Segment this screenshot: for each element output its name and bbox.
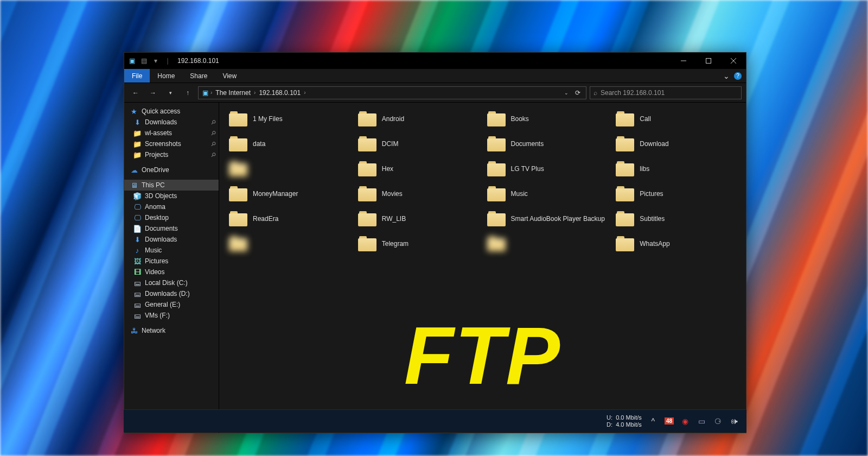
nav-back-button[interactable]: ← xyxy=(129,86,143,100)
nav-up-button[interactable]: ↑ xyxy=(181,86,195,100)
folder-item[interactable]: data xyxy=(227,133,352,155)
folder-item[interactable]: Music xyxy=(485,183,610,205)
nav-pc-item[interactable]: 🖼Pictures xyxy=(124,256,219,267)
folder-item[interactable]: Books xyxy=(485,108,610,130)
nav-qa-item[interactable]: 📁Projects⚲ xyxy=(124,149,219,160)
folder-label: Download xyxy=(640,140,668,148)
nav-pc-item[interactable]: 🧊3D Objects xyxy=(124,191,219,201)
nav-pc-item[interactable]: 🖴General (E:) xyxy=(124,299,219,310)
nav-pc-item[interactable]: 📄Documents xyxy=(124,223,219,234)
tray-app-icon[interactable]: ◉ xyxy=(680,416,690,426)
chevron-icon[interactable]: › xyxy=(304,90,305,96)
folder-item[interactable] xyxy=(227,233,352,255)
folder-item[interactable]: 1 My Files xyxy=(227,108,352,130)
3d-icon: 🧊 xyxy=(133,192,142,200)
folder-item[interactable]: libs xyxy=(614,158,738,180)
folder-item[interactable]: MoneyManager xyxy=(227,183,352,205)
nav-label: wl-assets xyxy=(145,129,172,137)
nav-history-button[interactable]: ▾ xyxy=(163,86,177,100)
maximize-button[interactable] xyxy=(696,53,721,69)
folder-item[interactable] xyxy=(485,233,610,255)
nav-label: Desktop xyxy=(145,214,169,221)
nav-pc-item[interactable]: ⬇Downloads xyxy=(124,234,219,245)
folder-item[interactable]: DCIM xyxy=(356,133,481,155)
minimize-button[interactable] xyxy=(671,53,696,69)
folder-label: Subtitles xyxy=(640,215,665,223)
tray-wifi-icon[interactable]: ⚆ xyxy=(713,416,723,426)
folder-item[interactable]: Movies xyxy=(356,183,481,205)
folder-item[interactable]: Pictures xyxy=(614,183,738,205)
disk-icon: 🖴 xyxy=(133,278,142,287)
pin-icon: ⚲ xyxy=(209,129,218,137)
nav-this-pc[interactable]: 🖥This PC xyxy=(124,180,219,191)
nav-pc-item[interactable]: 🖴Downloads (D:) xyxy=(124,288,219,299)
nav-pc-item[interactable]: 🎞Videos xyxy=(124,267,219,277)
folder-item[interactable]: RW_LIB xyxy=(356,208,481,230)
folder-icon xyxy=(229,186,247,201)
folder-item[interactable]: ReadEra xyxy=(227,208,352,230)
nav-qa-item[interactable]: 📁Screenshots⚲ xyxy=(124,138,219,149)
folder-icon: 📁 xyxy=(133,140,142,148)
tray-cast-icon[interactable]: ▭ xyxy=(697,416,706,426)
chevron-icon[interactable]: › xyxy=(210,90,212,96)
pin-icon: ⚲ xyxy=(209,118,218,126)
nav-onedrive[interactable]: ☁OneDrive xyxy=(124,164,219,175)
folder-item[interactable]: Hex xyxy=(356,158,481,180)
nav-pc-item[interactable]: 🖵Anoma xyxy=(124,201,219,212)
folder-item[interactable]: Smart AudioBook Player Backup xyxy=(485,208,610,230)
qa-save-icon[interactable]: ▤ xyxy=(139,56,148,65)
tray-badge[interactable]: 48 xyxy=(665,417,674,425)
nav-qa-item[interactable]: 📁wl-assets⚲ xyxy=(124,128,219,138)
folder-item[interactable]: WhatsApp xyxy=(614,233,738,255)
taskbar[interactable]: U: 0.0 Mbit/s D: 4.0 Mbit/s ^ 48 ◉ ▭ ⚆ 🕪 xyxy=(124,409,746,432)
nav-network[interactable]: 🖧Network xyxy=(124,325,219,336)
folder-item[interactable]: Documents xyxy=(485,133,610,155)
nav-quick-access[interactable]: ★Quick access xyxy=(124,106,219,117)
tab-file[interactable]: File xyxy=(124,69,150,83)
disk-icon: 🖴 xyxy=(133,300,142,309)
folder-item[interactable]: Telegram xyxy=(356,233,481,255)
help-icon[interactable]: ? xyxy=(734,72,742,80)
folder-label: data xyxy=(253,140,265,148)
nav-pc-item[interactable]: 🖴Local Disk (C:) xyxy=(124,277,219,288)
crumb-root[interactable]: The Internet xyxy=(213,89,253,97)
tray-volume-icon[interactable]: 🕪 xyxy=(729,416,739,426)
folder-item[interactable]: Call xyxy=(614,108,738,130)
ribbon-expand-icon[interactable]: ⌄ xyxy=(723,72,730,80)
crumb-ip[interactable]: 192.168.0.101 xyxy=(257,89,303,97)
titlebar[interactable]: ▣ ▤ ▾ | 192.168.0.101 xyxy=(124,53,746,69)
search-input[interactable]: ⌕ Search 192.168.0.101 xyxy=(590,86,742,99)
breadcrumb-bar[interactable]: ▣ › The Internet › 192.168.0.101 › ⌄ ⟳ xyxy=(198,86,586,99)
chevron-icon[interactable]: › xyxy=(254,90,256,96)
explorer-window: ▣ ▤ ▾ | 192.168.0.101 File Home Share Vi… xyxy=(124,52,746,433)
tab-share[interactable]: Share xyxy=(182,69,215,83)
content-pane[interactable]: 1 My FilesAndroidBooksCalldataDCIMDocume… xyxy=(219,103,746,433)
folder-label: 1 My Files xyxy=(253,115,283,123)
net-speed-meter: U: 0.0 Mbit/s D: 4.0 Mbit/s xyxy=(607,414,642,427)
dropdown-icon[interactable]: ⌄ xyxy=(564,90,569,96)
folder-item[interactable]: Android xyxy=(356,108,481,130)
folder-icon xyxy=(358,161,376,176)
close-button[interactable] xyxy=(721,53,746,69)
refresh-icon[interactable]: ⟳ xyxy=(575,89,580,97)
nav-label: Projects xyxy=(145,151,168,159)
nav-pane[interactable]: ★Quick access ⬇Downloads⚲📁wl-assets⚲📁Scr… xyxy=(124,103,219,433)
folder-item[interactable]: Subtitles xyxy=(614,208,738,230)
tray-chevron-icon[interactable]: ^ xyxy=(648,416,658,426)
tab-home[interactable]: Home xyxy=(150,69,182,83)
folder-icon xyxy=(229,111,247,126)
folder-item[interactable]: LG TV Plus xyxy=(485,158,610,180)
folder-item[interactable] xyxy=(227,158,352,180)
nav-pc-item[interactable]: ♪Music xyxy=(124,245,219,256)
ribbon-tabs: File Home Share View ⌄ ? xyxy=(124,69,746,83)
qa-props-icon[interactable]: ▾ xyxy=(151,56,160,65)
folder-icon xyxy=(229,136,247,151)
nav-pc-item[interactable]: 🖵Desktop xyxy=(124,212,219,223)
star-icon: ★ xyxy=(130,107,138,116)
folder-item[interactable]: Download xyxy=(614,133,738,155)
tab-view[interactable]: View xyxy=(215,69,244,83)
nav-qa-item[interactable]: ⬇Downloads⚲ xyxy=(124,117,219,128)
folder-icon xyxy=(487,186,506,201)
nav-pc-item[interactable]: 🖴VMs (F:) xyxy=(124,310,219,321)
nav-forward-button[interactable]: → xyxy=(146,86,160,100)
